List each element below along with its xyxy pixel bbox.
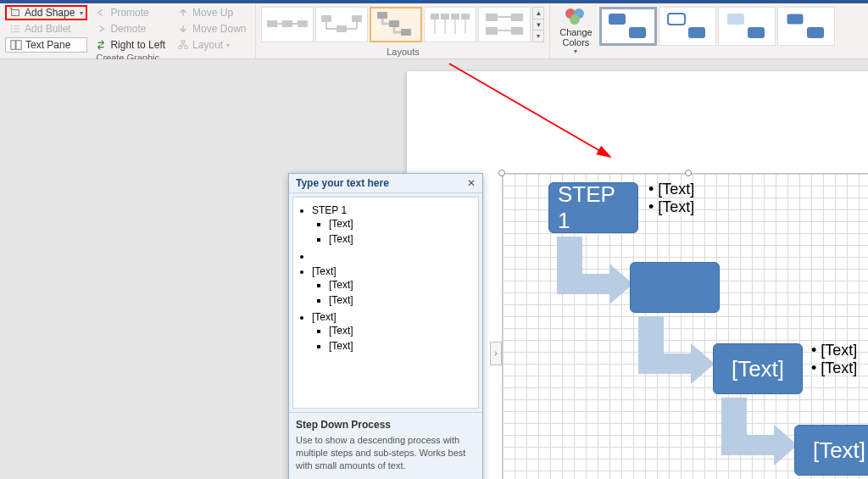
svg-rect-22 — [401, 29, 411, 36]
demote-label: Demote — [110, 23, 146, 35]
svg-rect-20 — [377, 12, 387, 19]
smartart-node[interactable]: STEP 1 — [548, 182, 638, 233]
text-pane-item[interactable]: STEP 1[Text][Text] — [312, 203, 476, 248]
svg-rect-34 — [511, 27, 523, 35]
group-create-graphic: Add Shape ▾ Add Bullet Text Pane — [0, 3, 256, 58]
text-pane-subitem[interactable]: [Text] — [329, 323, 476, 338]
layout-icon — [177, 39, 189, 51]
demote-button: Demote — [91, 21, 170, 36]
text-pane-item[interactable]: [Text][Text][Text] — [312, 309, 476, 355]
dropdown-icon: ▾ — [80, 9, 83, 17]
svg-rect-14 — [267, 20, 277, 27]
group-styles: Change Colors ▾ — [550, 3, 840, 58]
group-layouts: ▲ ▼ ▾ Layouts — [256, 3, 550, 58]
move-down-label: Move Down — [192, 23, 246, 35]
gallery-down-icon[interactable]: ▼ — [533, 19, 543, 31]
canvas[interactable]: Type your text here ✕ STEP 1[Text][Text]… — [0, 59, 868, 479]
gallery-up-icon[interactable]: ▲ — [533, 8, 543, 19]
svg-rect-40 — [668, 14, 685, 25]
layout-label: Layout — [192, 39, 223, 51]
svg-point-3 — [11, 25, 13, 27]
gallery-expand-icon[interactable]: ▾ — [533, 31, 543, 42]
text-pane-button[interactable]: Text Pane — [5, 37, 87, 53]
group-label-layouts: Layouts — [261, 47, 544, 58]
desc-body: Use to show a descending process with mu… — [296, 435, 465, 471]
style-option-3[interactable] — [718, 7, 776, 46]
svg-rect-41 — [688, 27, 705, 38]
layout-option-1[interactable] — [261, 7, 314, 42]
svg-rect-10 — [16, 41, 21, 50]
smartart-node[interactable]: [Text] — [713, 343, 803, 394]
text-pane-item[interactable] — [312, 248, 476, 264]
svg-rect-43 — [748, 27, 765, 38]
text-pane-subitem[interactable]: [Text] — [329, 277, 476, 292]
svg-rect-16 — [298, 20, 308, 27]
rtl-label: Right to Left — [110, 39, 165, 51]
ribbon: Add Shape ▾ Add Bullet Text Pane — [0, 3, 868, 59]
resize-handle[interactable] — [498, 170, 505, 176]
smartart-arrow — [554, 237, 638, 320]
expand-text-pane-tab[interactable]: › — [490, 342, 502, 365]
move-up-label: Move Up — [192, 7, 233, 19]
svg-rect-32 — [486, 27, 498, 35]
move-down-button: Move Down — [173, 21, 250, 36]
svg-rect-39 — [629, 27, 646, 38]
add-shape-label: Add Shape — [25, 7, 75, 19]
text-pane[interactable]: Type your text here ✕ STEP 1[Text][Text]… — [288, 173, 483, 479]
text-pane-body[interactable]: STEP 1[Text][Text][Text][Text][Text][Tex… — [292, 197, 479, 409]
smartart-node[interactable]: [Text] — [794, 425, 868, 476]
layouts-gallery: ▲ ▼ ▾ — [261, 5, 544, 42]
text-pane-item[interactable]: [Text][Text][Text] — [312, 264, 476, 309]
add-bullet-label: Add Bullet — [25, 23, 71, 35]
layout-option-4[interactable] — [424, 7, 476, 42]
add-shape-icon — [9, 7, 21, 19]
close-icon[interactable]: ✕ — [467, 177, 476, 189]
styles-gallery — [599, 5, 835, 46]
text-pane-subitem[interactable]: [Text] — [329, 338, 476, 354]
promote-icon — [95, 7, 107, 19]
svg-rect-21 — [389, 20, 399, 27]
layout-button: Layout ▾ — [173, 37, 250, 53]
text-pane-description: Step Down Process Use to show a descendi… — [289, 412, 482, 479]
add-shape-button[interactable]: Add Shape ▾ — [5, 5, 87, 20]
svg-point-37 — [570, 14, 580, 25]
style-option-4[interactable] — [777, 7, 835, 46]
text-pane-subitem[interactable]: [Text] — [329, 231, 476, 247]
layout-option-2[interactable] — [315, 7, 368, 42]
svg-rect-45 — [807, 27, 824, 38]
svg-rect-31 — [486, 14, 498, 21]
style-option-2[interactable] — [659, 7, 716, 46]
svg-rect-42 — [727, 14, 744, 25]
svg-rect-17 — [321, 15, 331, 22]
text-pane-subitem[interactable]: [Text] — [329, 292, 476, 308]
svg-rect-24 — [441, 14, 449, 19]
layouts-gallery-more[interactable]: ▲ ▼ ▾ — [532, 7, 544, 42]
smartart-node-bullets[interactable]: [Text][Text] — [648, 181, 694, 216]
smartart-node-bullets[interactable]: [Text][Text] — [811, 342, 857, 377]
change-colors-button[interactable]: Change Colors ▾ — [555, 5, 596, 55]
svg-rect-38 — [609, 14, 626, 25]
right-to-left-button[interactable]: Right to Left — [91, 37, 170, 53]
move-up-button: Move Up — [173, 5, 250, 20]
svg-rect-26 — [461, 14, 470, 19]
svg-point-7 — [11, 31, 13, 33]
layout-option-3[interactable] — [370, 7, 422, 42]
resize-handle[interactable] — [685, 170, 692, 176]
svg-rect-9 — [11, 41, 15, 50]
add-bullet-icon — [9, 23, 21, 35]
add-bullet-button: Add Bullet — [5, 21, 87, 36]
svg-rect-44 — [787, 14, 804, 25]
svg-rect-11 — [181, 41, 185, 43]
rtl-icon — [95, 39, 107, 51]
text-pane-subitem[interactable]: [Text] — [329, 216, 476, 231]
promote-label: Promote — [110, 7, 148, 19]
smartart-node[interactable] — [630, 262, 720, 313]
svg-rect-23 — [431, 14, 439, 19]
svg-rect-15 — [282, 20, 292, 27]
svg-rect-25 — [451, 14, 459, 19]
smartart-frame[interactable]: › STEP 1[Text][Text][Text][Text][Text][T… — [502, 173, 868, 479]
svg-point-5 — [11, 28, 13, 30]
layout-option-5[interactable] — [478, 7, 531, 42]
text-pane-label: Text Pane — [25, 39, 70, 51]
style-option-1[interactable] — [599, 7, 657, 46]
